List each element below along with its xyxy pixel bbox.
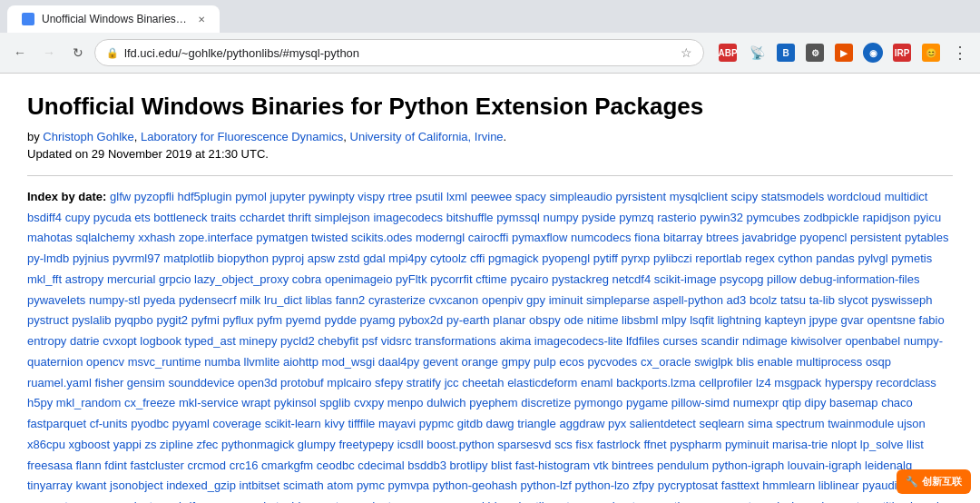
index-link[interactable]: fisher <box>94 376 123 390</box>
index-link[interactable]: blosc <box>487 499 514 503</box>
star-icon[interactable]: ☆ <box>681 45 692 60</box>
index-link[interactable]: fastrlock <box>596 438 640 451</box>
index-link[interactable]: lz4 <box>756 376 771 390</box>
index-link[interactable]: pyemd <box>286 313 321 327</box>
index-link[interactable]: pendulum <box>657 459 709 472</box>
index-link[interactable]: cupy <box>65 211 90 224</box>
index-link[interactable]: pocketsphinx <box>244 499 313 503</box>
index-link[interactable]: dulwich <box>426 396 466 409</box>
index-link[interactable]: shapely <box>905 499 946 503</box>
lab-link[interactable]: Laboratory for Fluorescence Dynamics <box>141 130 343 143</box>
index-link[interactable]: menpo <box>387 396 424 409</box>
index-link[interactable]: fastparquet <box>27 417 86 430</box>
index-link[interactable]: reportlab <box>695 252 741 265</box>
index-link[interactable]: grpcio <box>159 272 191 286</box>
index-link[interactable]: kivy <box>324 417 344 430</box>
index-link[interactable]: ruamel.yaml <box>27 376 92 390</box>
index-link[interactable]: bcolz <box>750 293 777 307</box>
index-link[interactable]: cx_oracle <box>641 355 691 369</box>
index-link[interactable]: ode <box>564 313 583 327</box>
index-link[interactable]: tatsu <box>780 293 806 307</box>
index-link[interactable]: pyFltk <box>396 272 427 286</box>
extension-icon-6[interactable]: 😊 <box>918 40 944 65</box>
index-link[interactable]: mayavi <box>378 417 416 430</box>
index-link[interactable]: numba <box>204 355 240 369</box>
index-link[interactable]: ffnet <box>643 438 666 451</box>
index-link[interactable]: typed_ast <box>185 334 236 348</box>
index-link[interactable]: blis <box>736 355 754 369</box>
index-link[interactable]: mkl-service <box>179 396 239 409</box>
index-link[interactable]: pandas <box>816 252 855 265</box>
index-link[interactable]: py-lmdb <box>27 252 69 265</box>
index-link[interactable]: backports.lzma <box>616 376 695 390</box>
index-link[interactable]: dawg <box>486 417 514 430</box>
index-link[interactable]: pymaxflow <box>512 231 567 244</box>
index-link[interactable]: numpy-stl <box>89 293 140 307</box>
index-link[interactable]: pyslalib <box>72 313 111 327</box>
index-link[interactable]: cheetah <box>462 376 504 390</box>
index-link[interactable]: iminuit <box>549 293 583 307</box>
index-link[interactable]: pydde <box>324 313 356 327</box>
author-link[interactable]: Christoph Gohlke <box>43 130 133 143</box>
index-link[interactable]: vidsrc <box>381 334 412 348</box>
index-link[interactable]: msgpack <box>774 376 821 390</box>
index-link[interactable]: mod_wsgi <box>322 355 376 369</box>
index-link[interactable]: bottleneck <box>153 211 207 224</box>
index-link[interactable]: lru_dict <box>264 293 302 307</box>
menu-button[interactable]: ⋮ <box>947 40 973 65</box>
index-link[interactable]: pymzq <box>619 211 653 224</box>
index-link[interactable]: pygame <box>626 396 668 409</box>
index-link[interactable]: pywin32 <box>700 211 743 224</box>
index-link[interactable]: pyodbc <box>131 417 169 430</box>
index-link[interactable]: winrandom <box>783 499 841 503</box>
index-link[interactable]: zfec <box>197 438 219 451</box>
index-link[interactable]: pycairo <box>510 272 548 286</box>
index-link[interactable]: pyspharm <box>670 438 721 451</box>
index-link[interactable]: pybox2d <box>398 313 443 327</box>
index-link[interactable]: scikits.odes <box>351 231 412 244</box>
index-link[interactable]: cx_freeze <box>124 396 175 409</box>
index-link[interactable]: pyephem <box>469 396 517 409</box>
index-link[interactable]: recordclass <box>876 376 936 390</box>
index-link[interactable]: llvmlite <box>244 355 280 369</box>
index-link[interactable]: gvar <box>840 313 863 327</box>
index-link[interactable]: pycuda <box>93 211 132 224</box>
index-link[interactable]: pyqpbo <box>114 313 153 327</box>
index-link[interactable]: atom <box>327 478 353 492</box>
index-link[interactable]: pyamg <box>360 313 396 327</box>
index-link[interactable]: pymcubes <box>747 211 800 224</box>
extension-icon-3[interactable]: ▶ <box>831 40 857 65</box>
index-link[interactable]: milk <box>240 293 260 307</box>
index-link[interactable]: bintrees <box>612 459 653 472</box>
index-link[interactable]: cvxcanon <box>428 293 478 307</box>
index-link[interactable]: regex <box>745 252 775 265</box>
index-link[interactable]: pgmagick <box>488 252 539 265</box>
index-link[interactable]: kapteyn <box>765 313 807 327</box>
index-link[interactable]: pyminuit <box>725 438 769 451</box>
index-link[interactable]: pyyaml <box>172 417 210 430</box>
index-link[interactable]: mercurial <box>107 272 155 286</box>
index-link[interactable]: simplejson <box>314 211 369 224</box>
index-link[interactable]: mpi4py <box>388 252 426 265</box>
index-link[interactable]: coverage <box>213 417 261 430</box>
index-link[interactable]: gevent <box>423 355 458 369</box>
index-link[interactable]: discretize <box>521 396 571 409</box>
index-link[interactable]: dipy <box>805 396 827 409</box>
index-link[interactable]: fisx <box>575 438 593 451</box>
index-link[interactable]: sounddevice <box>168 376 234 390</box>
index-link[interactable]: pymol <box>235 190 267 203</box>
index-link[interactable]: xgboost <box>69 438 111 451</box>
index-link[interactable]: opencv <box>86 355 124 369</box>
index-link[interactable]: peewee <box>471 190 513 203</box>
index-link[interactable]: pylvgl <box>858 252 887 265</box>
index-link[interactable]: psutil <box>416 190 443 203</box>
index-link[interactable]: twainmodule <box>828 417 894 430</box>
index-link[interactable]: cdecimal <box>358 459 404 472</box>
index-link[interactable]: python-geohash <box>433 478 517 492</box>
index-link[interactable]: protobuf <box>280 376 324 390</box>
index-link[interactable]: datrie <box>70 334 100 348</box>
reload-button[interactable]: ↻ <box>65 40 91 65</box>
index-link[interactable]: statsmodels <box>761 190 824 203</box>
index-link[interactable]: simpleaudio <box>549 190 612 203</box>
index-link[interactable]: moderngl <box>416 231 465 244</box>
